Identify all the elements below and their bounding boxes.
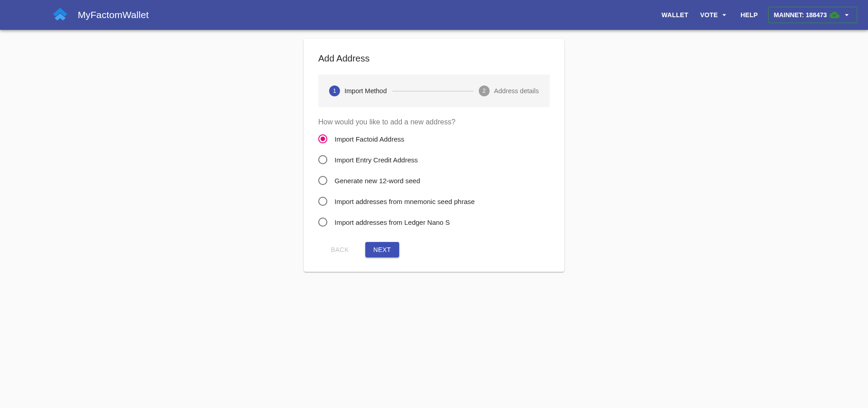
- step-number: 2: [479, 85, 490, 96]
- radio-icon: [318, 218, 327, 227]
- radio-icon: [318, 176, 327, 185]
- radio-icon: [318, 134, 327, 143]
- radio-label: Import Factoid Address: [335, 135, 404, 143]
- radio-icon: [318, 197, 327, 206]
- chevron-down-icon: [842, 10, 851, 19]
- stepper: 1 Import Method 2 Address details: [318, 75, 550, 107]
- radio-option[interactable]: Generate new 12-word seed: [318, 176, 550, 185]
- network-label: Mainnet: 188473: [774, 11, 827, 19]
- radio-label: Import Entry Credit Address: [335, 156, 418, 164]
- step-label: Import Method: [344, 87, 387, 95]
- app-header: MyFactomWallet Wallet Vote Help Mainnet:…: [0, 0, 868, 30]
- logo-link[interactable]: MyFactomWallet: [51, 5, 149, 24]
- nav-help[interactable]: Help: [739, 9, 760, 21]
- radio-icon: [318, 155, 327, 164]
- nav-wallet[interactable]: Wallet: [660, 9, 690, 21]
- radio-option[interactable]: Import Factoid Address: [318, 134, 550, 143]
- radio-label: Import addresses from Ledger Nano S: [335, 218, 450, 226]
- step-label: Address details: [494, 87, 539, 95]
- top-nav: Wallet Vote Help Mainnet: 188473: [660, 7, 857, 23]
- wizard-actions: Back Next: [318, 242, 550, 257]
- next-button[interactable]: Next: [365, 242, 399, 257]
- back-button[interactable]: Back: [323, 242, 357, 257]
- step-number: 1: [329, 85, 340, 96]
- radio-option[interactable]: Import addresses from mnemonic seed phra…: [318, 197, 550, 206]
- nav-vote-label: Vote: [700, 11, 718, 19]
- step-connector: [392, 91, 473, 91]
- logo-icon: [51, 5, 70, 24]
- app-title: MyFactomWallet: [78, 9, 149, 20]
- card-title: Add Address: [318, 53, 550, 64]
- chevron-down-icon: [720, 10, 729, 19]
- radio-option[interactable]: Import Entry Credit Address: [318, 155, 550, 164]
- nav-wallet-label: Wallet: [661, 11, 688, 19]
- radio-label: Generate new 12-word seed: [335, 177, 420, 185]
- radio-label: Import addresses from mnemonic seed phra…: [335, 198, 475, 205]
- radio-option[interactable]: Import addresses from Ledger Nano S: [318, 218, 550, 227]
- nav-vote[interactable]: Vote: [698, 8, 731, 22]
- network-selector[interactable]: Mainnet: 188473: [768, 7, 858, 23]
- import-method-radio-group: Import Factoid AddressImport Entry Credi…: [318, 134, 550, 227]
- prompt-text: How would you like to add a new address?: [318, 118, 550, 126]
- add-address-card: Add Address 1 Import Method 2 Address de…: [304, 39, 564, 272]
- cloud-done-icon: [830, 10, 840, 20]
- step-import-method: 1 Import Method: [329, 85, 387, 96]
- main-content: Add Address 1 Import Method 2 Address de…: [0, 39, 868, 272]
- step-address-details: 2 Address details: [479, 85, 539, 96]
- nav-help-label: Help: [741, 11, 758, 19]
